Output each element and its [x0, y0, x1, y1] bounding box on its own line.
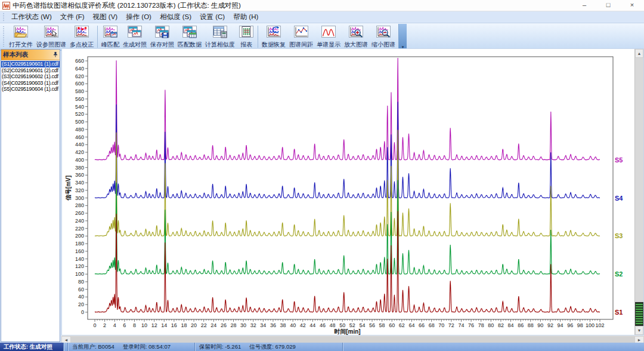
- main-area: 样本列表 (S1)C0295190601 (1).cdf(S2)C0295190…: [0, 48, 644, 343]
- data-restore-label: 数据恢复: [262, 41, 286, 49]
- close-button[interactable]: ×: [620, 0, 644, 11]
- report-icon: [239, 25, 254, 40]
- sample-list-item[interactable]: (S5)C0295190604 (1).cdf: [1, 86, 60, 93]
- set-reference-button[interactable]: 设参照图谱: [35, 24, 68, 50]
- series-label-S3: S3: [615, 232, 623, 239]
- menu-settings[interactable]: 设置 (C): [196, 11, 229, 23]
- svg-text:84: 84: [508, 322, 514, 328]
- toolbar-grip-handle[interactable]: [3, 26, 5, 47]
- svg-text:88: 88: [528, 322, 534, 328]
- title-bar: 中药色谱指纹图谱相似度评价系统 (2012.130723版本) (工作状态: 生…: [0, 0, 644, 11]
- svg-text:160: 160: [75, 248, 84, 254]
- svg-text:58: 58: [379, 322, 385, 328]
- sample-list-item[interactable]: (S4)C0295190603 (1).cdf: [1, 80, 60, 87]
- zoom-in-chart-button[interactable]: 放大图谱: [342, 24, 370, 50]
- toolbar: 打开文件 设参照图谱 多点校正 峰匹配 生成对照 保存: [0, 23, 644, 51]
- save-reference-button[interactable]: 保存对照: [148, 24, 176, 50]
- status-login-time: 登录时间: 08:54:07: [123, 343, 171, 351]
- report-button[interactable]: 报表: [237, 24, 256, 50]
- svg-text:12: 12: [151, 322, 157, 328]
- svg-text:46: 46: [320, 322, 326, 328]
- spectra-spacing-button[interactable]: 图谱间距: [287, 24, 315, 50]
- svg-text:28: 28: [231, 322, 237, 328]
- match-data-label: 匹配数据: [178, 41, 202, 49]
- menu-view[interactable]: 视图 (V): [89, 11, 122, 23]
- menu-help[interactable]: 帮助 (H): [229, 11, 262, 23]
- menu-grip-handle[interactable]: [3, 13, 5, 21]
- vertical-scroll-track[interactable]: [635, 58, 643, 326]
- generate-reference-button[interactable]: 生成对照: [121, 24, 148, 50]
- svg-text:40: 40: [78, 294, 84, 300]
- svg-text:22: 22: [201, 322, 207, 328]
- svg-text:82: 82: [498, 322, 504, 328]
- single-spectrum-icon: [321, 25, 336, 40]
- spectra-spacing-label: 图谱间距: [289, 41, 313, 49]
- vertical-scrollbar[interactable]: ▲ ▼: [634, 49, 643, 335]
- peak-match-button[interactable]: 峰匹配: [100, 24, 121, 50]
- vertical-scroll-thumb[interactable]: [635, 302, 643, 326]
- app-window: { "window": { "title": "中药色谱指纹图谱相似度评价系统 …: [0, 0, 644, 351]
- scroll-down-icon[interactable]: ▼: [635, 326, 643, 335]
- svg-text:560: 560: [75, 96, 84, 102]
- menu-operate[interactable]: 操作 (O): [122, 11, 156, 23]
- match-data-button[interactable]: 匹配数据: [176, 24, 203, 50]
- report-label: 报表: [240, 41, 252, 49]
- zoom-out-chart-button[interactable]: 缩小图谱: [370, 24, 397, 50]
- svg-text:68: 68: [429, 322, 435, 328]
- status-signal-strength: 信号强度: 679.029: [249, 343, 296, 351]
- svg-text:500: 500: [75, 119, 84, 125]
- sample-list-item[interactable]: (S1)C0295190601 (1).cdf: [1, 61, 60, 67]
- menu-similarity[interactable]: 相似度 (S): [156, 11, 196, 23]
- maximize-button[interactable]: □: [596, 0, 620, 11]
- svg-text:80: 80: [488, 322, 494, 328]
- svg-text:76: 76: [468, 322, 474, 328]
- calc-similarity-button[interactable]: 计算相似度: [203, 24, 237, 50]
- multi-point-correction-icon: [74, 25, 89, 40]
- svg-text:14: 14: [161, 322, 167, 328]
- menu-work-status[interactable]: 工作状态 (W): [7, 11, 56, 23]
- svg-text:660: 660: [75, 58, 84, 64]
- svg-text:540: 540: [75, 104, 84, 110]
- svg-text:64: 64: [408, 322, 414, 328]
- sample-panel-title: 样本列表: [3, 51, 53, 59]
- status-current-user: 当前用户: B0054: [72, 343, 114, 351]
- svg-text:10: 10: [141, 322, 147, 328]
- svg-text:280: 280: [75, 202, 84, 208]
- data-restore-icon: [266, 25, 281, 40]
- data-restore-button[interactable]: 数据恢复: [260, 24, 287, 50]
- window-controls: – □ ×: [572, 0, 644, 11]
- svg-text:38: 38: [280, 322, 286, 328]
- toolbar-overflow-button[interactable]: ▾: [398, 24, 407, 50]
- svg-text:300: 300: [75, 195, 84, 201]
- svg-text:102: 102: [595, 322, 604, 328]
- svg-text:52: 52: [349, 322, 355, 328]
- svg-text:460: 460: [75, 134, 84, 140]
- menu-bar: 工作状态 (W)文件 (F)视图 (V)操作 (O)相似度 (S)设置 (C)帮…: [0, 11, 644, 23]
- svg-text:260: 260: [75, 210, 84, 216]
- svg-text:60: 60: [389, 322, 395, 328]
- status-retention-time: 保留时间: -5.261: [199, 343, 241, 351]
- svg-text:56: 56: [369, 322, 375, 328]
- minimize-button[interactable]: –: [572, 0, 596, 11]
- single-spectrum-button[interactable]: 单谱显示: [315, 24, 342, 50]
- svg-text:320: 320: [75, 187, 84, 193]
- svg-text:66: 66: [419, 322, 425, 328]
- svg-text:26: 26: [221, 322, 227, 328]
- svg-text:信号[mV]: 信号[mV]: [65, 176, 72, 201]
- open-file-button[interactable]: 打开文件: [7, 24, 35, 50]
- scroll-up-icon[interactable]: ▲: [635, 49, 643, 58]
- svg-text:78: 78: [478, 322, 484, 328]
- sample-list-item[interactable]: (S3)C0295190602 (1).cdf: [1, 73, 60, 80]
- svg-text:20: 20: [78, 301, 84, 307]
- sample-list-item[interactable]: (S2)C0295190601 (2).cdf: [1, 67, 60, 74]
- set-reference-label: 设参照图谱: [36, 41, 66, 49]
- svg-text:时间[min]: 时间[min]: [334, 328, 360, 335]
- menu-file[interactable]: 文件 (F): [56, 11, 89, 23]
- generate-reference-icon: [127, 25, 143, 40]
- sample-list: (S1)C0295190601 (1).cdf(S2)C0295190601 (…: [1, 60, 60, 341]
- multi-point-correction-button[interactable]: 多点校正: [68, 24, 95, 50]
- svg-text:72: 72: [448, 322, 454, 328]
- zoom-out-chart-icon: [376, 25, 391, 40]
- svg-text:20: 20: [191, 322, 197, 328]
- pin-icon[interactable]: [53, 51, 58, 59]
